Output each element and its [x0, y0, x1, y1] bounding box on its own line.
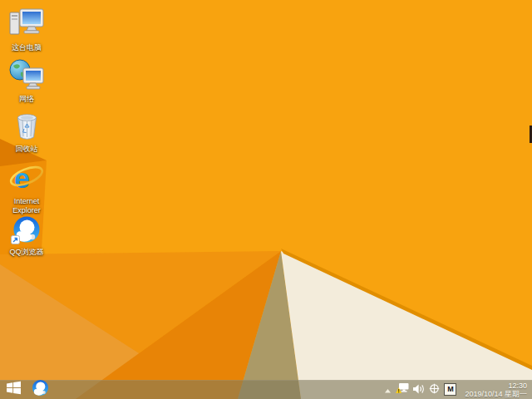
clock-date: 2019/10/14 星期一: [465, 390, 527, 398]
network-warning-icon: [396, 382, 409, 397]
desktop-icon-network[interactable]: 网络: [2, 59, 52, 104]
clock-time: 12:30: [465, 382, 527, 390]
desktop-icon-label: 回收站: [16, 145, 38, 154]
ime-tool-button[interactable]: [429, 380, 440, 399]
desktop-icon-recycle-bin[interactable]: 回收站: [2, 113, 52, 154]
show-hidden-icons-button[interactable]: [384, 380, 392, 399]
taskbar: M 12:30 2019/10/14 星期一: [0, 380, 532, 399]
desktop-icon-qq-browser[interactable]: QQ浏览器: [2, 215, 52, 257]
desktop-icon-internet-explorer[interactable]: e Internet Explorer: [2, 162, 52, 215]
desktop[interactable]: 这台电脑 网络: [0, 0, 532, 399]
desktop-icon-label: Internet Explorer: [2, 197, 52, 215]
svg-text:e: e: [14, 162, 30, 193]
this-pc-icon: [9, 7, 44, 42]
qq-browser-icon: [32, 379, 49, 399]
speaker-icon: [413, 382, 425, 397]
volume-button[interactable]: [413, 380, 425, 399]
network-status-button[interactable]: [396, 380, 409, 399]
start-button[interactable]: [0, 380, 27, 399]
desktop-icon-label: QQ浏览器: [9, 248, 43, 257]
crosshair-icon: [429, 382, 440, 397]
ime-mode-letter: M: [447, 384, 454, 395]
taskbar-qq-browser-button[interactable]: [27, 380, 52, 399]
desktop-icon-label: 网络: [19, 95, 34, 104]
internet-explorer-icon: e: [8, 162, 45, 196]
system-tray: M 12:30 2019/10/14 星期一: [384, 380, 532, 399]
taskbar-clock[interactable]: 12:30 2019/10/14 星期一: [465, 382, 527, 398]
qq-browser-icon: [12, 215, 41, 247]
shortcut-arrow-icon: [11, 233, 20, 248]
ime-mode-indicator[interactable]: M: [444, 383, 456, 396]
windows-logo-icon: [7, 381, 21, 398]
recycle-bin-icon: [16, 113, 38, 144]
wallpaper: [0, 0, 532, 399]
desktop-icon-label: 这台电脑: [12, 43, 42, 52]
network-icon: [9, 59, 44, 94]
desktop-icon-this-pc[interactable]: 这台电脑: [2, 7, 52, 52]
chevron-up-icon: [384, 382, 392, 397]
